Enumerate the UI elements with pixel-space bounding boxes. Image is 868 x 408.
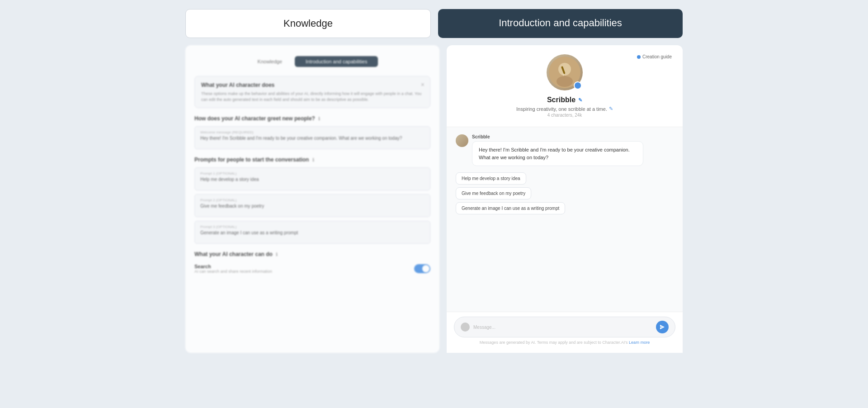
- chat-input-user-avatar: [461, 323, 470, 332]
- inner-tabs: Knowledge Introduction and capabilities: [194, 56, 430, 67]
- right-panel: Creation guide S: [447, 45, 683, 353]
- greeting-info-icon: ℹ: [318, 116, 320, 121]
- search-capability-text: Search AI can search and share recent in…: [194, 264, 272, 274]
- svg-point-2: [557, 76, 573, 87]
- greeting-field[interactable]: Welcome message (REQUIRED) Hey there! I'…: [194, 126, 430, 149]
- tab-knowledge[interactable]: Knowledge: [185, 9, 431, 38]
- creation-guide-link[interactable]: Creation guide: [637, 54, 672, 59]
- chat-input-row: Message...: [454, 317, 675, 337]
- search-capability-row: Search AI can search and share recent in…: [194, 262, 430, 275]
- greeting-section: How does your AI character greet new peo…: [194, 115, 430, 149]
- bot-meta: 4 characters, 24k: [547, 113, 582, 118]
- avatar-verified-badge: [574, 81, 582, 90]
- guide-dot-icon: [637, 55, 641, 59]
- bot-name: Scribble ✎: [547, 96, 582, 104]
- edit-name-icon[interactable]: ✎: [578, 97, 582, 103]
- what-ai-does-desc: These options make up the behavior and a…: [201, 91, 424, 102]
- chat-input-placeholder[interactable]: Message...: [473, 325, 652, 330]
- capabilities-info-icon: ℹ: [276, 252, 278, 257]
- prompt1-field[interactable]: Prompt 1 (OPTIONAL) Help me develop a st…: [194, 167, 430, 190]
- what-ai-does-title: What your AI character does: [201, 82, 424, 88]
- prompts-label: Prompts for people to start the conversa…: [194, 157, 430, 163]
- learn-more-link[interactable]: Learn more: [629, 340, 650, 345]
- chat-bot-avatar: [456, 134, 468, 147]
- chat-send-button[interactable]: [656, 321, 669, 333]
- prompt2-value: Give me feedback on my poetry: [200, 204, 425, 209]
- inner-tab-knowledge[interactable]: Knowledge: [247, 56, 293, 67]
- main-content: Knowledge Introduction and capabilities …: [185, 45, 683, 353]
- greeting-label: How does your AI character greet new peo…: [194, 115, 430, 122]
- tab-intro[interactable]: Introduction and capabilities: [438, 9, 683, 38]
- edit-tagline-icon[interactable]: ✎: [609, 106, 613, 112]
- suggestion-chip-1[interactable]: Give me feedback on my poetry: [456, 187, 531, 199]
- capabilities-section: What your AI character can do ℹ Search A…: [194, 251, 430, 275]
- bot-avatar-wrap: [547, 54, 583, 90]
- prompts-info-icon: ℹ: [312, 157, 314, 162]
- prompt2-label: Prompt 2 (OPTIONAL): [200, 198, 425, 202]
- prompt1-value: Help me develop a story idea: [200, 177, 425, 182]
- chat-bot-name: Scribble: [472, 134, 674, 139]
- close-icon[interactable]: ×: [421, 81, 425, 88]
- bot-tagline: Inspiring creativity, one scribble at a …: [516, 106, 613, 112]
- send-icon: [660, 324, 665, 330]
- greeting-field-label: Welcome message (REQUIRED): [200, 130, 425, 134]
- chat-suggestions: Help me develop a story idea Give me fee…: [456, 172, 674, 214]
- what-ai-does-box: What your AI character does These option…: [194, 76, 430, 108]
- chat-area: Scribble Hey there! I'm Scribble and I'm…: [447, 127, 683, 312]
- prompt1-label: Prompt 1 (OPTIONAL): [200, 171, 425, 176]
- suggestion-chip-0[interactable]: Help me develop a story idea: [456, 172, 526, 185]
- inner-tab-intro[interactable]: Introduction and capabilities: [295, 56, 378, 67]
- top-tab-bar: Knowledge Introduction and capabilities: [185, 9, 683, 38]
- left-panel: Knowledge Introduction and capabilities …: [185, 45, 439, 353]
- chat-bubble-wrap: Scribble Hey there! I'm Scribble and I'm…: [472, 134, 674, 166]
- prompt3-label: Prompt 3 (OPTIONAL): [200, 225, 425, 229]
- search-capability-name: Search: [194, 264, 272, 269]
- chat-bot-message: Scribble Hey there! I'm Scribble and I'm…: [456, 134, 674, 166]
- search-toggle[interactable]: [414, 264, 430, 273]
- chat-input-area: Message... Messages are generated by AI.…: [447, 312, 683, 353]
- prompt3-field[interactable]: Prompt 3 (OPTIONAL) Generate an image I …: [194, 221, 430, 244]
- prompts-section: Prompts for people to start the conversa…: [194, 157, 430, 244]
- chat-bot-bubble: Hey there! I'm Scribble and I'm ready to…: [472, 141, 643, 166]
- chat-footer: Messages are generated by AI. Terms may …: [454, 337, 675, 346]
- prompt3-value: Generate an image I can use as a writing…: [200, 230, 425, 235]
- capabilities-label: What your AI character can do ℹ: [194, 251, 430, 257]
- prompt2-field[interactable]: Prompt 2 (OPTIONAL) Give me feedback on …: [194, 194, 430, 217]
- search-capability-desc: AI can search and share recent informati…: [194, 269, 272, 274]
- greeting-field-value: Hey there! I'm Scribble and I'm ready to…: [200, 136, 425, 141]
- creation-guide-label: Creation guide: [642, 54, 672, 59]
- suggestion-chip-2[interactable]: Generate an image I can use as a writing…: [456, 202, 565, 214]
